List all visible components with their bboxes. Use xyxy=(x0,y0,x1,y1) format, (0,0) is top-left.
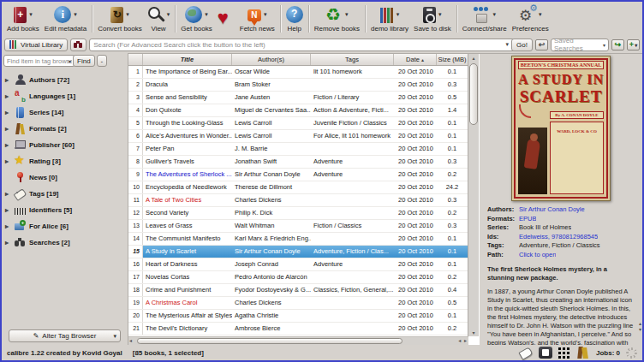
cell-date[interactable]: 20 Oct 2010 xyxy=(394,156,437,168)
details-field-value[interactable]: Edelweiss, 9780812968545 xyxy=(519,233,598,242)
toolbar-button-demo-library[interactable]: ▾ demo library xyxy=(368,4,411,33)
expander-icon[interactable]: ▸ xyxy=(5,141,11,149)
dropdown-arrow-icon[interactable]: ▾ xyxy=(397,11,400,18)
dropdown-arrow-icon[interactable]: ▾ xyxy=(264,11,267,18)
table-row-sense-and-sensibility[interactable]: 3 Sense and Sensibility Jane Austen Fict… xyxy=(128,92,468,104)
cell-size[interactable]: 0.3 xyxy=(437,194,468,206)
jobs-label[interactable]: Jobs: 0 xyxy=(596,349,620,357)
cell-date[interactable]: 20 Oct 2010 xyxy=(394,233,437,245)
cell-date[interactable]: 20 Oct 2010 xyxy=(394,323,437,335)
vertical-scrollbar[interactable]: ▴ ▾ xyxy=(468,54,479,336)
cell-tags[interactable]: Adventure xyxy=(311,258,394,270)
cell-tags[interactable]: Fiction / Literary xyxy=(311,92,394,104)
cell-authors[interactable]: Oscar Wilde xyxy=(232,66,311,78)
cell-date[interactable]: 20 Oct 2010 xyxy=(394,92,437,104)
cell-tags[interactable] xyxy=(311,310,394,322)
cell-date[interactable]: 20 Oct 2010 xyxy=(394,117,437,129)
cell-date[interactable]: 20 Oct 2010 xyxy=(394,130,437,142)
cell-date[interactable]: 20 Oct 2010 xyxy=(394,104,437,116)
sidebar-item-languages-1[interactable]: ▸ Languages [1] xyxy=(2,88,128,104)
cell-size[interactable]: 0.3 xyxy=(437,220,468,232)
cell-date[interactable]: 20 Oct 2010 xyxy=(394,310,437,322)
table-row-the-adventures-of-sherlock[interactable]: 9 The Adventures of Sherlock ... Sir Art… xyxy=(128,169,468,181)
table-row-leaves-of-grass[interactable]: 13 Leaves of Grass Walt Whitman Fiction … xyxy=(128,220,468,233)
cell-title[interactable]: Novelas Cortas xyxy=(143,271,232,283)
expander-icon[interactable]: ▸ xyxy=(5,125,11,133)
cell-title[interactable]: Leaves of Grass xyxy=(143,220,232,232)
cell-tags[interactable]: Action & Adventure, Ficti... xyxy=(311,104,394,116)
toolbar-button-fetch-news[interactable]: ▾ Fetch news xyxy=(237,4,277,33)
cell-size[interactable]: 0.1 xyxy=(437,246,468,258)
table-row-gulliver-s-travels[interactable]: 8 Gulliver's Travels Jonathan Swift Adve… xyxy=(128,156,468,169)
cell-date[interactable]: 20 Oct 2010 xyxy=(394,258,437,270)
cell-title[interactable]: Dracula xyxy=(143,79,232,91)
sidebar-item-rating-3[interactable]: ▸ Rating [3] xyxy=(2,153,128,169)
advanced-search-button[interactable] xyxy=(70,39,86,51)
cell-date[interactable]: 20 Oct 2010 xyxy=(394,271,437,283)
sidebar-item-series-14[interactable]: ▸ Series [14] xyxy=(2,104,128,121)
cell-tags[interactable]: For Alice, lit 101 homework xyxy=(311,130,394,142)
cell-date[interactable]: 20 Oct 2010 xyxy=(394,220,437,232)
toolbar-button-connect-share[interactable]: ▾ Connect/share xyxy=(460,4,510,33)
book-details-toggle-icon[interactable] xyxy=(576,347,590,359)
scroll-left-arrow-icon[interactable]: ◂ xyxy=(129,337,132,345)
table-row-peter-pan[interactable]: 7 Peter Pan J. M. Barrie 20 Oct 2010 0.1 xyxy=(128,143,468,156)
sidebar-item-formats-2[interactable]: ▸ Formats [2] xyxy=(2,121,128,137)
dropdown-arrow-icon[interactable]: ▾ xyxy=(492,11,496,18)
cell-date[interactable]: 20 Oct 2010 xyxy=(394,194,437,206)
cell-tags[interactable] xyxy=(311,323,394,335)
toolbar-button-remove-books[interactable]: ▾ Remove books xyxy=(312,4,362,33)
expander-icon[interactable]: ▸ xyxy=(5,92,11,100)
table-row-a-christmas-carol[interactable]: 19 A Christmas Carol Charles Dickens 20 … xyxy=(128,297,468,310)
sidebar-item-publisher-60[interactable]: ▸ Publisher [60] xyxy=(2,137,128,153)
cell-date[interactable]: 20 Oct 2010 xyxy=(394,246,437,258)
cell-tags[interactable] xyxy=(311,271,394,283)
cell-authors[interactable]: Ambrose Bierce xyxy=(232,323,311,335)
cell-size[interactable]: 0.4 xyxy=(437,284,468,296)
cell-authors[interactable]: Miguel de Cervantes Saa... xyxy=(232,104,311,116)
cell-size[interactable]: 0.1 xyxy=(437,130,468,142)
cell-title[interactable]: Sense and Sensibility xyxy=(143,92,232,104)
table-row-novelas-cortas[interactable]: 17 Novelas Cortas Pedro Antonio de Alarc… xyxy=(128,271,468,284)
sidebar-item-identifiers-5[interactable]: ▸ Identifiers [5] xyxy=(2,202,128,218)
cell-tags[interactable]: Juvenile Fiction / Classics xyxy=(311,117,394,129)
cell-tags[interactable] xyxy=(311,79,394,91)
collapse-all-button[interactable]: - xyxy=(97,55,108,67)
cover-browser-toggle-icon[interactable] xyxy=(539,347,552,359)
cell-authors[interactable]: J. M. Barrie xyxy=(232,143,311,155)
cell-title[interactable]: Alice's Adventures in Wonder... xyxy=(143,130,232,142)
cell-size[interactable]: 0.3 xyxy=(437,156,468,168)
cell-size[interactable]: 0.2 xyxy=(437,169,468,181)
scroll-down-arrow-icon[interactable]: ▾ xyxy=(468,329,479,335)
search-history-arrow-icon[interactable]: ▾ xyxy=(506,41,510,48)
cell-title[interactable]: Through the Looking-Glass xyxy=(143,117,232,129)
cell-tags[interactable] xyxy=(311,297,394,309)
dropdown-arrow-icon[interactable]: ▾ xyxy=(345,11,349,18)
cell-date[interactable]: 20 Oct 2010 xyxy=(394,297,437,309)
sidebar-item-authors-72[interactable]: ▸ Authors [72] xyxy=(2,72,128,88)
cell-tags[interactable] xyxy=(311,181,394,193)
cell-title[interactable]: The Communist Manifesto xyxy=(143,233,232,245)
cell-date[interactable]: 20 Oct 2010 xyxy=(394,181,437,193)
toolbar-button-add-books[interactable]: ▾ Add books xyxy=(4,4,42,33)
details-field-value[interactable]: EPUB xyxy=(519,215,536,224)
cell-authors[interactable]: Lewis Carroll xyxy=(232,130,311,142)
cell-authors[interactable]: Joseph Conrad xyxy=(232,258,311,270)
scroll-right-arrow-icon[interactable]: ◂ ▸ xyxy=(458,337,468,345)
alter-dropdown-arrow-icon[interactable]: ▾ xyxy=(113,333,116,340)
cell-authors[interactable]: Fyodor Dostoyevsky & G... xyxy=(232,284,311,296)
cell-authors[interactable]: Lewis Carroll xyxy=(232,117,311,129)
cell-tags[interactable] xyxy=(311,194,394,206)
table-row-a-tale-of-two-cities[interactable]: 11 A Tale of Two Cities Charles Dickens … xyxy=(128,194,468,207)
toolbar-button-preferences[interactable]: ▾ Preferences xyxy=(510,4,552,33)
cell-tags[interactable]: Adventure xyxy=(311,169,394,181)
toolbar-button-help[interactable]: Help xyxy=(283,4,306,33)
table-row-the-communist-manifesto[interactable]: 14 The Communist Manifesto Karl Marx & F… xyxy=(128,233,468,246)
cell-authors[interactable]: Philip K. Dick xyxy=(232,207,311,219)
cell-authors[interactable]: Jane Austen xyxy=(232,92,311,104)
dropdown-arrow-icon[interactable]: ▾ xyxy=(167,11,170,18)
horizontal-scrollbar[interactable]: ◂ ◂ ▸ xyxy=(128,336,468,345)
sidebar-item-for-alice-6[interactable]: ▸ For Alice [6] xyxy=(2,218,128,234)
table-row-heart-of-darkness[interactable]: 16 Heart of Darkness Joseph Conrad Adven… xyxy=(128,258,468,271)
toolbar-button-view[interactable]: ▾ View xyxy=(145,4,173,33)
